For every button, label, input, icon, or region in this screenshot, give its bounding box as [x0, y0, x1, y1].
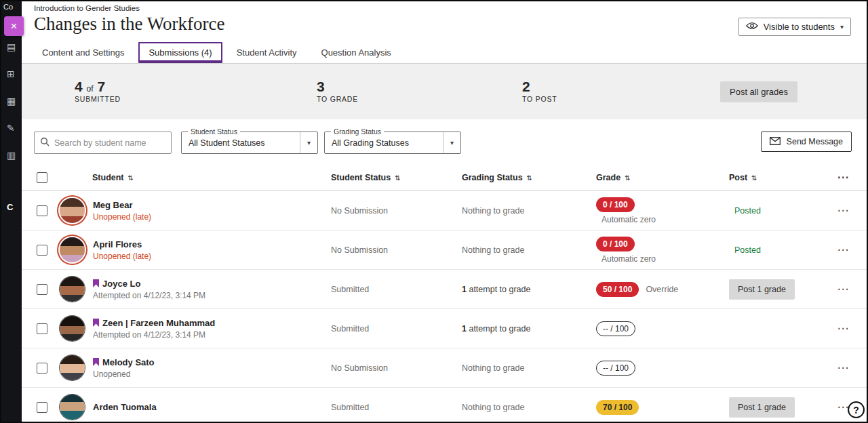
grade-pill[interactable]: -- / 100	[596, 321, 635, 336]
flag-icon	[93, 279, 99, 287]
stat-to-grade-label: TO GRADE	[317, 95, 358, 103]
tab-submissions[interactable]: Submissions (4)	[138, 42, 222, 63]
page-icon[interactable]: ▤	[7, 42, 16, 52]
stat-submitted: 4 of 7 SUBMITTED	[75, 79, 121, 103]
avatar	[60, 355, 85, 380]
envelope-icon	[770, 137, 781, 147]
stat-to-post-label: TO POST	[522, 95, 557, 103]
grade-pill[interactable]: -- / 100	[596, 361, 635, 376]
sort-icon: ⇅	[527, 174, 532, 182]
select-all-checkbox[interactable]	[37, 172, 47, 183]
flag-icon	[93, 358, 99, 366]
row-overflow-menu-icon[interactable]: ⋯	[837, 243, 849, 256]
grade-cell: -- / 100	[596, 361, 729, 376]
rail-partial-text: Co	[3, 3, 13, 11]
student-name[interactable]: Melody Sato	[102, 357, 155, 367]
student-status-value: No Submission	[331, 363, 462, 373]
help-button[interactable]: ?	[848, 401, 865, 418]
post-cell: Post 1 grade	[729, 397, 831, 418]
student-name[interactable]: Zeen | Farzeen Muhammad	[102, 318, 215, 328]
grade-note: Automatic zero	[596, 254, 729, 264]
student-activity-note: Unopened	[93, 369, 155, 379]
course-nav-rail: Co ▤⊞▦✎▥ C	[1, 1, 22, 422]
row-checkbox[interactable]	[37, 245, 47, 256]
breadcrumb[interactable]: Introduction to Gender Studies	[34, 4, 852, 12]
grading-status-select[interactable]: Grading Status All Grading Statuses ▾	[324, 132, 461, 154]
post-all-grades-button[interactable]: Post all grades	[720, 81, 797, 102]
roster-icon[interactable]: ▥	[7, 150, 16, 160]
grade-pill[interactable]: 50 / 100	[596, 282, 639, 297]
grade-cell: 50 / 100 Override	[596, 282, 729, 297]
pencil-icon[interactable]: ✎	[7, 123, 15, 133]
column-header-student[interactable]: Student⇅	[60, 173, 331, 182]
search-input[interactable]	[54, 138, 165, 148]
flag-icon	[93, 319, 99, 327]
student-activity-note: Unopened (late)	[93, 212, 151, 222]
row-overflow-menu-icon[interactable]: ⋯	[837, 361, 849, 374]
chevron-down-icon: ▾	[307, 139, 311, 146]
grading-status-value: Nothing to grade	[462, 363, 596, 373]
grade-cell: -- / 100	[596, 321, 729, 336]
row-overflow-menu-icon[interactable]: ⋯	[837, 204, 849, 217]
grading-status-value: Nothing to grade	[462, 245, 596, 255]
student-status-value: No Submission	[331, 245, 462, 255]
chevron-down-icon: ▾	[450, 139, 454, 146]
grade-pill[interactable]: 0 / 100	[596, 197, 635, 212]
student-name[interactable]: Joyce Lo	[102, 279, 140, 289]
visibility-button[interactable]: Visible to students ▾	[738, 18, 851, 36]
calculator-icon[interactable]: ⊞	[7, 69, 15, 79]
student-name[interactable]: Meg Bear	[93, 200, 133, 210]
post-grade-button[interactable]: Post 1 grade	[729, 397, 795, 418]
avatar	[60, 316, 85, 341]
column-header-student-status[interactable]: Student Status⇅	[331, 173, 462, 182]
tab-content-and-settings[interactable]: Content and Settings	[32, 42, 134, 63]
student-name[interactable]: April Flores	[93, 239, 142, 249]
eye-icon	[746, 22, 758, 32]
rail-section-letter: C	[7, 202, 13, 212]
row-overflow-menu-icon[interactable]: ⋯	[837, 401, 849, 414]
stats-band: 4 of 7 SUBMITTED 3 TO GRADE 2 TO POST Po…	[22, 64, 867, 119]
grade-note: Automatic zero	[596, 215, 729, 224]
student-status-value: Submitted	[331, 285, 462, 294]
column-header-post[interactable]: Post⇅	[729, 173, 831, 182]
chevron-down-icon: ▾	[840, 23, 844, 31]
row-checkbox[interactable]	[37, 323, 47, 334]
close-panel-button[interactable]: ×	[4, 16, 24, 36]
table-row: Meg Bear Unopened (late) No Submission N…	[22, 191, 867, 230]
row-overflow-menu-icon[interactable]: ⋯	[837, 322, 849, 335]
grading-status-value: Nothing to grade	[462, 403, 596, 412]
override-note: Override	[646, 285, 678, 294]
student-status-value: Submitted	[331, 324, 462, 334]
grade-pill[interactable]: 70 / 100	[596, 400, 639, 415]
notebook-icon[interactable]: ▦	[7, 96, 16, 106]
row-overflow-menu-icon[interactable]: ⋯	[837, 283, 849, 296]
send-message-button[interactable]: Send Message	[761, 132, 852, 152]
grading-status-select-label: Grading Status	[331, 127, 384, 136]
grade-pill[interactable]: 0 / 100	[596, 237, 635, 251]
grading-status-select-value: All Grading Statuses	[325, 138, 443, 148]
search-icon	[40, 137, 50, 149]
row-checkbox[interactable]	[37, 402, 47, 413]
row-checkbox[interactable]	[37, 363, 47, 374]
header-overflow-menu-icon[interactable]: ⋯	[837, 171, 849, 184]
page-title: Changes in the Workforce	[34, 14, 225, 35]
tab-bar: Content and Settings Submissions (4) Stu…	[22, 40, 867, 64]
row-checkbox[interactable]	[37, 284, 47, 295]
table-body: Meg Bear Unopened (late) No Submission N…	[22, 191, 867, 423]
stat-to-grade: 3 TO GRADE	[317, 79, 358, 103]
sort-icon: ⇅	[395, 174, 400, 182]
student-status-select[interactable]: Student Status All Student Statuses ▾	[181, 132, 318, 154]
send-message-label: Send Message	[787, 137, 843, 146]
post-grade-button[interactable]: Post 1 grade	[729, 279, 795, 300]
tab-student-activity[interactable]: Student Activity	[226, 42, 307, 63]
table-row: Zeen | Farzeen Muhammad Attempted on 4/1…	[22, 309, 867, 348]
column-header-grading-status[interactable]: Grading Status⇅	[462, 173, 596, 182]
column-header-grade[interactable]: Grade⇅	[596, 173, 729, 182]
row-checkbox[interactable]	[37, 205, 47, 216]
student-name[interactable]: Arden Tuomala	[93, 402, 157, 412]
student-activity-note: Unopened (late)	[93, 251, 151, 261]
table-row: Joyce Lo Attempted on 4/12/23, 3:14 PM S…	[22, 270, 867, 309]
grade-cell: 0 / 100 Automatic zero	[596, 197, 729, 224]
visibility-label: Visible to students	[764, 22, 835, 32]
tab-question-analysis[interactable]: Question Analysis	[311, 42, 401, 63]
